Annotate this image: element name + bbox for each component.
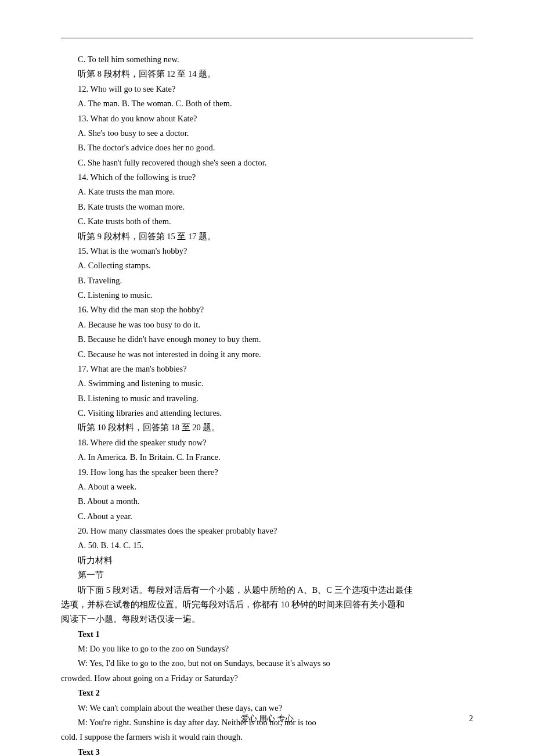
text-line: cold. I suppose the farmers wish it woul… [61, 730, 473, 744]
text-line: 16. Why did the man stop the hobby? [61, 303, 473, 317]
text-line: B. Listening to music and traveling. [61, 391, 473, 406]
top-divider [61, 38, 473, 38]
text-line: C. Listening to music. [61, 288, 473, 303]
text-line: crowded. How about going on a Friday or … [61, 671, 473, 686]
text-line: C. To tell him something new. [61, 52, 473, 67]
text-line: B. Kate trusts the woman more. [61, 200, 473, 214]
text-line: A. In America. B. In Britain. C. In Fran… [61, 450, 473, 465]
text-line: 19. How long has the speaker been there? [61, 465, 473, 480]
text-line: A. She's too busy to see a doctor. [61, 126, 473, 141]
text-line: 阅读下一小题。每段对话仅读一遍。 [61, 612, 473, 627]
text-line: C. Visiting libraries and attending lect… [61, 406, 473, 420]
text-line: B. Traveling. [61, 273, 473, 288]
text-line: A. The man. B. The woman. C. Both of the… [61, 96, 473, 111]
text-line: A. 50. B. 14. C. 15. [61, 538, 473, 553]
document-page: C. To tell him something new.听第 8 段材料，回答… [0, 0, 534, 756]
text-line: C. She hasn't fully recovered though she… [61, 156, 473, 170]
page-number: 2 [469, 712, 473, 726]
text-line: C. Because he was not interested in doin… [61, 347, 473, 362]
text-line: A. Because he was too busy to do it. [61, 318, 473, 332]
text-line: B. About a month. [61, 494, 473, 509]
footer-motto: 爱心 用心 专心 [241, 714, 294, 723]
text-line: 听第 9 段材料，回答第 15 至 17 题。 [61, 229, 473, 244]
text-line: 13. What do you know about Kate? [61, 111, 473, 126]
text-line: 听第 8 段材料，回答第 12 至 14 题。 [61, 67, 473, 81]
text-line: B. The doctor's advice does her no good. [61, 141, 473, 155]
text-line: 选项，并标在试卷的相应位置。听完每段对话后，你都有 10 秒钟的时间来回答有关小… [61, 597, 473, 612]
text-line: A. Collecting stamps. [61, 258, 473, 273]
text-line: W: Yes, I'd like to go to the zoo, but n… [61, 656, 473, 671]
text-line: 12. Who will go to see Kate? [61, 82, 473, 96]
document-body: C. To tell him something new.听第 8 段材料，回答… [61, 52, 473, 756]
text-line: A. Swimming and listening to music. [61, 376, 473, 391]
text-line: B. Because he didn't have enough money t… [61, 332, 473, 347]
text-line: Text 2 [61, 686, 473, 700]
text-line: 17. What are the man's hobbies? [61, 362, 473, 376]
text-line: 14. Which of the following is true? [61, 170, 473, 185]
text-line: 听第 10 段材料，回答第 18 至 20 题。 [61, 420, 473, 435]
text-line: M: Do you like to go to the zoo on Sunda… [61, 642, 473, 656]
text-line: A. About a week. [61, 480, 473, 494]
text-line: Text 3 [61, 745, 473, 756]
text-line: 18. Where did the speaker study now? [61, 435, 473, 450]
text-line: 15. What is the woman's hobby? [61, 244, 473, 258]
text-line: C. About a year. [61, 509, 473, 524]
text-line: Text 1 [61, 627, 473, 642]
page-footer: 爱心 用心 专心 2 [0, 712, 534, 726]
text-line: 听力材料 [61, 553, 473, 568]
text-line: 第一节 [61, 568, 473, 582]
text-line: A. Kate trusts the man more. [61, 185, 473, 199]
text-line: 听下面 5 段对话。每段对话后有一个小题，从题中所给的 A、B、C 三个选项中选… [61, 583, 473, 597]
text-line: C. Kate trusts both of them. [61, 214, 473, 229]
text-line: 20. How many classmates does the speaker… [61, 524, 473, 538]
